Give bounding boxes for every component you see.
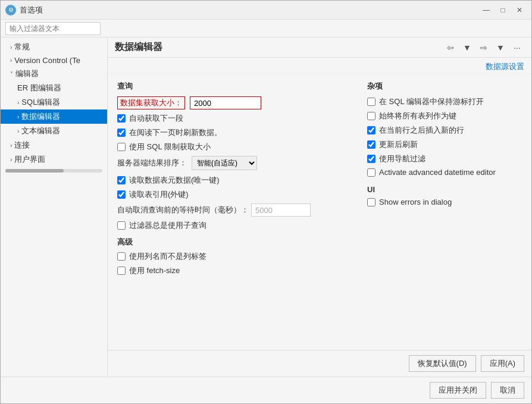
server-sort-dropdown[interactable]: 智能(自适应) 始终 从不: [192, 156, 257, 170]
fetch-size-row: 数据集获取大小：: [117, 96, 353, 109]
insert-after-row: 在当前行之后插入新的行: [367, 125, 522, 136]
datasource-settings-link[interactable]: 数据源设置: [486, 61, 524, 72]
nav-dropdown-button[interactable]: ▼: [460, 40, 474, 55]
col-name-checkbox[interactable]: [117, 252, 126, 261]
fetch-size-input[interactable]: [190, 96, 261, 109]
app-icon: ⚙: [5, 5, 16, 15]
close-button[interactable]: ✕: [512, 4, 527, 16]
apply-close-button[interactable]: 应用并关闭: [430, 382, 486, 399]
datetime-editor-checkbox[interactable]: [367, 168, 375, 177]
right-section: 杂项 在 SQL 编辑器中保持游标打开 始终将所有表列作为键 在当前行之后插入新…: [367, 81, 522, 343]
sql-limit-label: 使用 SQL 限制获取大小: [129, 142, 211, 152]
sql-limit-row: 使用 SQL 限制获取大小: [117, 142, 353, 152]
subquery-checkbox[interactable]: [117, 221, 126, 230]
datetime-editor-label: Activate advanced datetime editor: [379, 168, 496, 177]
sidebar-item-version-control[interactable]: › Version Control (Te: [1, 54, 107, 67]
sidebar: › 常规 › Version Control (Te ˅ 编辑器 ER 图编辑器…: [1, 37, 108, 377]
fetch-size-adv-label: 使用 fetch-size: [129, 265, 180, 276]
nav-filter-label: 使用导航过滤: [379, 154, 425, 164]
misc-section-title: 杂项: [367, 81, 522, 92]
main-content: › 常规 › Version Control (Te ˅ 编辑器 ER 图编辑器…: [1, 37, 531, 377]
arrow-icon: ›: [17, 99, 19, 106]
arrow-icon: ›: [10, 57, 12, 64]
sidebar-item-label: 数据编辑器: [21, 111, 60, 122]
sidebar-item-er-editor[interactable]: ER 图编辑器: [1, 81, 107, 95]
sidebar-item-general[interactable]: › 常规: [1, 40, 107, 54]
arrow-icon: ›: [17, 114, 19, 120]
sidebar-item-label: Version Control (Te: [14, 56, 80, 65]
all-tables-key-row: 始终将所有表列作为键: [367, 111, 522, 121]
keep-cursor-row: 在 SQL 编辑器中保持游标打开: [367, 96, 522, 107]
nav-forward-button[interactable]: ⇨: [477, 40, 491, 55]
sql-limit-checkbox[interactable]: [117, 143, 126, 151]
insert-after-checkbox[interactable]: [367, 126, 375, 134]
sidebar-item-label: 文本编辑器: [21, 126, 60, 136]
fetch-size-adv-checkbox[interactable]: [117, 267, 126, 275]
timeout-row: 自动取消查询前的等待时间（毫秒）：: [117, 203, 353, 217]
nav-more-button[interactable]: ···: [510, 40, 524, 55]
all-tables-key-checkbox[interactable]: [367, 112, 375, 120]
titlebar-buttons: — □ ✕: [479, 4, 527, 16]
refresh-after-checkbox[interactable]: [367, 140, 375, 149]
sidebar-item-label: 用户界面: [14, 154, 45, 165]
refresh-after-row: 更新后刷新: [367, 139, 522, 150]
sidebar-item-text-editor[interactable]: › 文本编辑器: [1, 124, 107, 138]
sidebar-item-label: 常规: [14, 42, 30, 52]
sidebar-item-connection[interactable]: › 连接: [1, 138, 107, 152]
sidebar-item-label: SQL编辑器: [21, 97, 60, 108]
read-ref-checkbox[interactable]: [117, 190, 126, 199]
subquery-row: 过滤器总是使用子查询: [117, 220, 353, 231]
sidebar-item-ui[interactable]: › 用户界面: [1, 152, 107, 167]
arrow-icon: ›: [10, 44, 12, 51]
col-name-row: 使用列名而不是列标签: [117, 251, 353, 262]
nav-filter-checkbox[interactable]: [367, 155, 375, 163]
maximize-button[interactable]: □: [496, 4, 510, 16]
sidebar-item-label: 编辑器: [15, 68, 39, 79]
window-title: 首选项: [20, 5, 479, 15]
arrow-icon: ›: [17, 128, 19, 134]
server-sort-label: 服务器端结果排序：: [117, 158, 187, 168]
ui-section-title: UI: [367, 185, 522, 194]
col-name-label: 使用列名而不是列标签: [129, 251, 206, 262]
refresh-on-page-row: 在阅读下一页时刷新数据。: [117, 127, 353, 138]
left-section: 查询 数据集获取大小： 自动获取下一段 在阅读下一页时刷新数据。: [117, 81, 353, 343]
read-meta-checkbox[interactable]: [117, 176, 126, 184]
minimize-button[interactable]: —: [479, 4, 493, 16]
auto-fetch-checkbox[interactable]: [117, 114, 126, 123]
dialog-footer: 应用并关闭 取消: [1, 377, 531, 403]
show-errors-label: Show errors in dialog: [379, 198, 452, 206]
panel-header: 数据编辑器 ⇦ ▼ ⇨ ▼ ···: [108, 37, 531, 58]
sidebar-item-label: ER 图编辑器: [17, 83, 61, 93]
apply-button[interactable]: 应用(A): [481, 355, 524, 372]
show-errors-checkbox[interactable]: [367, 198, 375, 206]
read-meta-label: 读取数据表元数据(唯一键): [129, 175, 220, 186]
auto-fetch-label: 自动获取下一段: [129, 113, 183, 124]
cancel-button[interactable]: 取消: [491, 382, 524, 399]
sidebar-item-sql-editor[interactable]: › SQL编辑器: [1, 95, 107, 109]
timeout-input[interactable]: [251, 203, 311, 217]
refresh-page-checkbox[interactable]: [117, 129, 126, 137]
filter-input[interactable]: [5, 22, 101, 35]
panel-title: 数据编辑器: [115, 41, 162, 54]
arrow-icon: ˅: [10, 71, 13, 77]
sidebar-item-editor[interactable]: ˅ 编辑器: [1, 67, 107, 81]
show-errors-row: Show errors in dialog: [367, 198, 522, 206]
all-tables-key-label: 始终将所有表列作为键: [379, 111, 456, 121]
fetch-size-adv-row: 使用 fetch-size: [117, 265, 353, 276]
nav-forward-dropdown-button[interactable]: ▼: [493, 40, 508, 55]
sidebar-item-data-editor[interactable]: › 数据编辑器: [1, 109, 107, 124]
panel-footer: 恢复默认值(D) 应用(A): [108, 350, 531, 377]
arrow-icon: ›: [10, 156, 12, 163]
nav-back-button[interactable]: ⇦: [443, 40, 458, 55]
filter-toolbar: [1, 20, 531, 37]
keep-cursor-checkbox[interactable]: [367, 98, 375, 106]
keep-cursor-label: 在 SQL 编辑器中保持游标打开: [379, 96, 484, 107]
restore-defaults-button[interactable]: 恢复默认值(D): [409, 355, 476, 372]
advanced-section-title: 高级: [117, 237, 353, 248]
refresh-page-label: 在阅读下一页时刷新数据。: [129, 127, 222, 138]
insert-after-label: 在当前行之后插入新的行: [379, 125, 464, 136]
read-meta-row: 读取数据表元数据(唯一键): [117, 175, 353, 186]
preferences-window: ⚙ 首选项 — □ ✕ › 常规 › Version Control (Te ˅…: [0, 0, 532, 404]
read-ref-row: 读取表引用(外键): [117, 189, 353, 200]
subquery-label: 过滤器总是使用子查询: [129, 220, 206, 231]
